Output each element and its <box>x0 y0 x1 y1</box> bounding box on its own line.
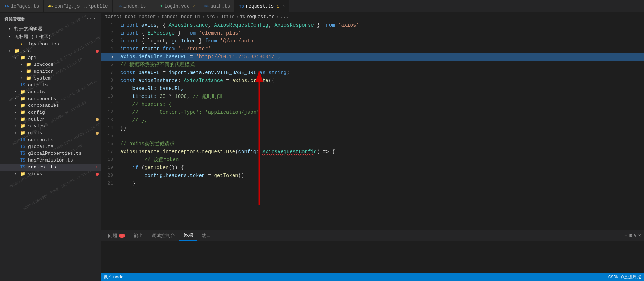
code-line-19: 19 if (getToken()) { <box>101 164 644 172</box>
bottom-tab-terminal[interactable]: 终端 <box>179 230 197 241</box>
code-line-7: 7 const baseURL = import.meta.env.VITE_B… <box>101 69 644 77</box>
line-content-19: if (getToken()) { <box>119 164 644 172</box>
system-arrow: › <box>20 76 26 80</box>
sidebar-item-utils[interactable]: ▾ 📁 utils <box>0 130 101 136</box>
sidebar-item-global-ts[interactable]: TS global.ts <box>0 143 101 150</box>
line-content-4: import router from '../router' <box>119 45 644 53</box>
sidebar-item-components[interactable]: › 📁 components <box>0 95 101 102</box>
bottom-tab-problems[interactable]: 问题 4 <box>104 230 129 241</box>
line-num-21: 21 <box>101 180 119 187</box>
sidebar-item-request-ts[interactable]: TS request.ts 1 <box>0 164 101 171</box>
api-label: api <box>28 55 101 60</box>
global-ts-icon: TS <box>20 144 27 149</box>
utils-folder-icon: 📁 <box>20 130 27 136</box>
editor-area: tansci-boot-master › tansci-boot-ui › sr… <box>101 13 644 281</box>
hasPermission-ts-label: hasPermission.ts <box>28 158 101 163</box>
sidebar: 资源管理器 ··· WB20211015005 大冬冬 2024/01/25 1… <box>0 13 101 281</box>
tab-label-index: index.ts <box>123 4 146 9</box>
tab-lcPages[interactable]: TS lcPages.ts <box>0 0 44 12</box>
common-ts-icon: TS <box>20 137 27 142</box>
line-num-7: 7 <box>101 69 119 77</box>
workspace-label: 无标题 (工作区) <box>14 33 101 40</box>
line-content-13: // }, <box>119 116 644 124</box>
tab-index[interactable]: TS index.ts 1 <box>113 0 156 12</box>
sidebar-item-auth-ts[interactable]: TS auth.ts <box>0 82 101 89</box>
split-terminal-button[interactable]: ⊟ <box>629 232 632 239</box>
line-num-5: 5 <box>101 53 119 61</box>
sidebar-section-workspace[interactable]: ▾ 无标题 (工作区) <box>0 33 101 41</box>
sidebar-item-favicon[interactable]: ★ favicon.ico <box>0 41 101 47</box>
tab-lang-js: JS <box>48 4 53 8</box>
status-right: CSDN @是进周报 <box>608 274 641 280</box>
code-line-8: 8 const axiosInstance: AxiosInstance = a… <box>101 77 644 85</box>
sidebar-section-open-editors[interactable]: ▾ 打开的编辑器 <box>0 25 101 33</box>
tab-label-lcPages: lcPages.ts <box>11 4 39 9</box>
bottom-tab-debug[interactable]: 调试控制台 <box>147 230 179 241</box>
config-folder-icon: 📁 <box>20 110 27 115</box>
sidebar-options-button[interactable]: ··· <box>86 15 96 22</box>
sidebar-item-lowcode[interactable]: › 📁 lowcode <box>0 61 101 68</box>
status-node: 反/ node <box>104 274 123 280</box>
router-folder-icon: 📁 <box>20 117 27 122</box>
common-ts-label: common.ts <box>28 137 101 142</box>
sidebar-item-composables[interactable]: › 📁 composables <box>0 102 101 109</box>
breadcrumb-sep-2: › <box>216 14 219 19</box>
tab-config[interactable]: JS config.js ..\public <box>44 0 112 12</box>
line-num-8: 8 <box>101 77 119 85</box>
tab-lang-ts4: TS <box>239 4 244 9</box>
lowcode-arrow: › <box>20 63 26 67</box>
sidebar-item-globalProperties-ts[interactable]: TS globalProperties.ts <box>0 150 101 157</box>
breadcrumb-ellipsis: ... <box>280 14 288 19</box>
breadcrumb-part-3: utils <box>221 14 235 19</box>
add-terminal-button[interactable]: + <box>624 232 628 239</box>
favicon-label: favicon.ico <box>28 41 101 47</box>
sidebar-item-monitor[interactable]: › 📁 monitor <box>0 68 101 75</box>
bottom-tab-output[interactable]: 输出 <box>129 230 147 241</box>
composables-arrow: › <box>14 104 20 108</box>
sidebar-item-views[interactable]: › 📁 views <box>0 171 101 177</box>
views-badge <box>96 173 99 176</box>
bottom-tab-ports[interactable]: 端口 <box>197 230 215 241</box>
system-label: system <box>34 76 101 81</box>
sidebar-item-api[interactable]: ▾ 📁 api <box>0 54 101 61</box>
sidebar-item-system[interactable]: › 📁 system <box>0 75 101 82</box>
line-content-11: // headers: { <box>119 100 644 108</box>
breadcrumb: tansci-boot-master › tansci-boot-ui › sr… <box>101 13 644 21</box>
bottom-tab-terminal-label: 终端 <box>184 232 193 239</box>
hasPermission-ts-icon: TS <box>20 158 27 163</box>
globalProperties-ts-icon: TS <box>20 151 27 156</box>
main-layout: 资源管理器 ··· WB20211015005 大冬冬 2024/01/25 1… <box>0 13 644 281</box>
utils-badge <box>96 132 99 135</box>
line-num-18: 18 <box>101 156 119 164</box>
router-arrow: › <box>14 117 20 121</box>
sidebar-item-assets[interactable]: › 📁 assets <box>0 89 101 95</box>
sidebar-item-config[interactable]: › 📁 config <box>0 109 101 116</box>
tab-close-request[interactable]: × <box>282 4 285 9</box>
chevron-down-icon[interactable]: ∨ <box>634 232 636 239</box>
sidebar-item-styles[interactable]: › 📁 styles <box>0 123 101 130</box>
code-editor[interactable]: 1 import axios, { AxiosInstance, AxiosRe… <box>101 21 644 230</box>
sidebar-item-common-ts[interactable]: TS common.ts <box>0 136 101 143</box>
code-line-4: 4 import router from '../router' <box>101 45 644 53</box>
sidebar-item-router[interactable]: › 📁 router <box>0 116 101 123</box>
line-content-1: import axios, { AxiosInstance, AxiosRequ… <box>119 21 644 29</box>
code-line-2: 2 import { ElMessage } from 'element-plu… <box>101 29 644 37</box>
monitor-folder-icon: 📁 <box>26 69 32 74</box>
lowcode-folder-icon: 📁 <box>26 62 32 67</box>
breadcrumb-sep-0: › <box>157 14 160 19</box>
close-panel-button[interactable]: × <box>638 233 641 239</box>
request-ts-label: request.ts <box>28 164 95 170</box>
styles-folder-icon: 📁 <box>20 123 27 129</box>
sidebar-item-src[interactable]: ▾ 📁 src <box>0 47 101 54</box>
line-content-14: }) <box>119 124 644 132</box>
tab-auth[interactable]: TS auth.ts <box>199 0 235 12</box>
api-folder-icon: 📁 <box>20 55 27 60</box>
line-content-20: config.headers.token = getToken() <box>119 172 644 180</box>
tab-request[interactable]: TS request.ts 1 × <box>235 0 289 12</box>
problems-badge: 4 <box>119 234 125 238</box>
tab-badge-login: 2 <box>193 4 195 8</box>
sidebar-item-hasPermission-ts[interactable]: TS hasPermission.ts <box>0 157 101 164</box>
api-arrow: ▾ <box>14 56 20 60</box>
workspace-arrow: ▾ <box>9 35 14 39</box>
tab-login[interactable]: ▼ Login.vue 2 <box>156 0 199 12</box>
